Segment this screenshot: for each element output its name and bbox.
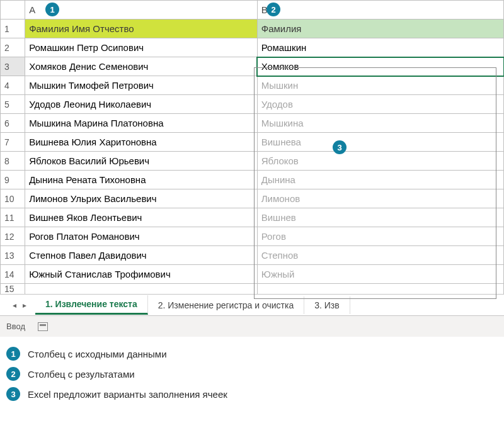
flashfill-suggestion[interactable]: Рогов	[257, 227, 503, 246]
flashfill-suggestion[interactable]: Степнов	[257, 246, 503, 265]
cell-a[interactable]: Лимонов Ульрих Васильевич	[25, 189, 258, 208]
active-cell[interactable]: Хомяков	[257, 57, 503, 76]
row-header[interactable]: 7	[1, 133, 25, 152]
legend-badge: 1	[6, 347, 20, 361]
sheet-tab-1[interactable]: 1. Извлечение текста	[35, 295, 148, 315]
callout-badge-3: 3	[333, 140, 346, 154]
row-header[interactable]: 13	[1, 246, 25, 265]
row-header[interactable]: 6	[1, 114, 25, 133]
cell-a[interactable]: Мышкин Тимофей Петрович	[25, 76, 258, 95]
legend-badge: 2	[6, 367, 20, 381]
legend-item: 1 Столбец с исходными данными	[6, 347, 498, 361]
row-header[interactable]: 4	[1, 76, 25, 95]
legend-item: 3 Excel предложит варианты заполнения яч…	[6, 387, 498, 401]
flashfill-suggestion[interactable]: Вишнева	[257, 133, 503, 152]
flashfill-suggestion[interactable]: Мышкина	[257, 114, 503, 133]
row-header[interactable]: 15	[1, 284, 25, 295]
callout-badge-2: 2	[266, 3, 280, 16]
row-header[interactable]: 2	[1, 38, 25, 57]
legend-text: Excel предложит варианты заполнения ячее…	[28, 389, 227, 400]
row-header[interactable]: 9	[1, 171, 25, 189]
column-header-row: A B	[1, 1, 504, 20]
sheet-tabs-bar: ◂ ▸ 1. Извлечение текста 2. Изменение ре…	[0, 294, 504, 315]
table-row: 13 Степнов Павел Давидович Степнов	[1, 246, 504, 265]
table-row: 12 Рогов Платон Романович Рогов	[1, 227, 504, 246]
table-row: 8 Яблоков Василий Юрьевич Яблоков	[1, 152, 504, 171]
table-row: 4 Мышкин Тимофей Петрович Мышкин	[1, 76, 504, 95]
table-row: 10 Лимонов Ульрих Васильевич Лимонов	[1, 189, 504, 208]
status-mode: Ввод	[6, 322, 25, 331]
table-row: 6 Мышкина Марина Платоновна Мышкина	[1, 114, 504, 133]
legend-badge: 3	[6, 387, 20, 401]
legend-text: Столбец с результатами	[28, 369, 135, 380]
select-all-corner[interactable]	[1, 1, 25, 20]
cell-a[interactable]: Степнов Павел Давидович	[25, 246, 258, 265]
row-header[interactable]: 14	[1, 265, 25, 284]
table-row: 1 Фамилия Имя Отчество Фамилия	[1, 20, 504, 38]
legend: 1 Столбец с исходными данными 2 Столбец …	[0, 337, 504, 417]
cell-a[interactable]: Южный Станислав Трофимович	[25, 265, 258, 284]
row-header[interactable]: 3	[1, 57, 25, 76]
flashfill-suggestion[interactable]: Лимонов	[257, 189, 503, 208]
cell-a[interactable]: Удодов Леонид Николаевич	[25, 95, 258, 114]
table-row: 5 Удодов Леонид Николаевич Удодов	[1, 95, 504, 114]
tab-nav-next-icon[interactable]: ▸	[23, 301, 26, 310]
cell-a[interactable]: Рогов Платон Романович	[25, 227, 258, 246]
row-header[interactable]: 1	[1, 20, 25, 38]
row-header[interactable]: 5	[1, 95, 25, 114]
row-header[interactable]: 12	[1, 227, 25, 246]
cell-a[interactable]: Ромашкин Петр Осипович	[25, 38, 258, 57]
cell-a[interactable]: Вишнева Юлия Харитоновна	[25, 133, 258, 152]
table-row: 11 Вишнев Яков Леонтьевич Вишнев	[1, 208, 504, 227]
cell-a[interactable]: Яблоков Василий Юрьевич	[25, 152, 258, 171]
flashfill-suggestion[interactable]: Вишнев	[257, 208, 503, 227]
column-header-a[interactable]: A	[25, 1, 258, 20]
row-header[interactable]: 8	[1, 152, 25, 171]
spreadsheet-grid[interactable]: A B 1 Фамилия Имя Отчество Фамилия 2 Ром…	[0, 0, 504, 294]
macro-record-icon[interactable]	[38, 322, 48, 331]
sheet-tab-2[interactable]: 2. Изменение регистра и очистка	[148, 296, 305, 314]
table-row: 3 Хомяков Денис Семенович Хомяков	[1, 57, 504, 76]
table-row: 7 Вишнева Юлия Харитоновна Вишнева	[1, 133, 504, 152]
table-row: 2 Ромашкин Петр Осипович Ромашкин	[1, 38, 504, 57]
flashfill-suggestion[interactable]: Южный	[257, 265, 503, 284]
flashfill-suggestion[interactable]: Удодов	[257, 95, 503, 114]
legend-item: 2 Столбец с результатами	[6, 367, 498, 381]
cell-b[interactable]	[257, 284, 503, 295]
row-header[interactable]: 10	[1, 189, 25, 208]
legend-text: Столбец с исходными данными	[28, 349, 167, 359]
flashfill-suggestion[interactable]: Мышкин	[257, 76, 503, 95]
cell-a[interactable]: Вишнев Яков Леонтьевич	[25, 208, 258, 227]
cell-b[interactable]: Ромашкин	[257, 38, 503, 57]
header-cell-b[interactable]: Фамилия	[257, 20, 503, 38]
flashfill-suggestion[interactable]: Яблоков	[257, 152, 503, 171]
flashfill-suggestion[interactable]: Дынина	[257, 171, 503, 189]
cell-a[interactable]: Хомяков Денис Семенович	[25, 57, 258, 76]
table-row: 9 Дынина Рената Тихоновна Дынина	[1, 171, 504, 189]
callout-badge-1: 1	[45, 3, 59, 16]
cell-a[interactable]: Мышкина Марина Платоновна	[25, 114, 258, 133]
cell-a[interactable]: Дынина Рената Тихоновна	[25, 171, 258, 189]
sheet-tab-3[interactable]: 3. Изв	[304, 296, 350, 314]
table-row: 14 Южный Станислав Трофимович Южный	[1, 265, 504, 284]
header-cell-a[interactable]: Фамилия Имя Отчество	[25, 20, 258, 38]
row-header[interactable]: 11	[1, 208, 25, 227]
column-header-b[interactable]: B	[257, 1, 503, 20]
cell-a[interactable]	[25, 284, 258, 295]
status-bar: Ввод	[0, 315, 504, 337]
tab-nav-prev-icon[interactable]: ◂	[13, 301, 16, 310]
table-row: 15	[1, 284, 504, 295]
